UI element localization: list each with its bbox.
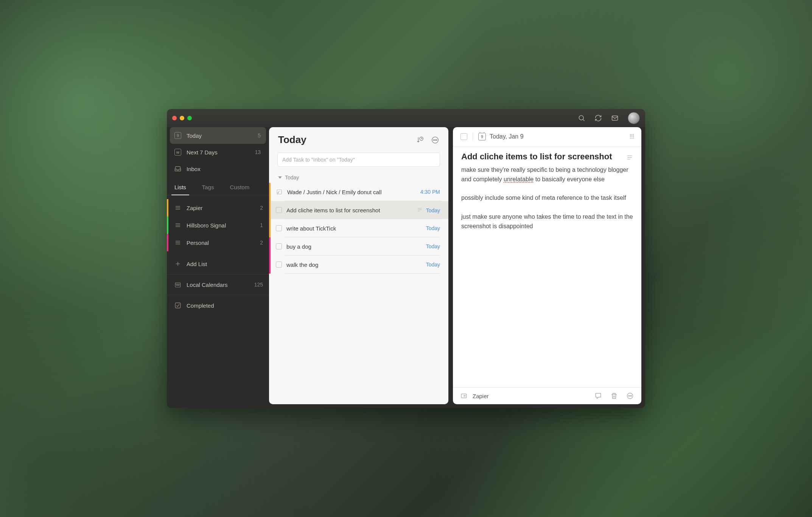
svg-point-18 (179, 285, 179, 286)
subscription-icon (276, 188, 283, 195)
group-header-today[interactable]: Today (269, 169, 448, 183)
sidebar-list-label: Hillsboro Signal (187, 222, 260, 229)
task-meta: Today (426, 262, 440, 268)
local-calendars-label: Local Calendars (187, 282, 254, 288)
sidebar-item-inbox[interactable]: Inbox (170, 160, 266, 177)
app-window: 9Today5wNext 7 Days13Inbox Lists Tags Cu… (167, 109, 645, 408)
sidebar-list-hillsboro[interactable]: Hillsboro Signal1 (167, 216, 269, 234)
sidebar-item-completed[interactable]: Completed (167, 297, 269, 314)
checkbox-checked-icon (174, 302, 182, 309)
list-color-indicator (167, 234, 168, 251)
add-task-input[interactable] (277, 153, 440, 167)
task-list-panel: Today Today (269, 127, 448, 404)
more-icon[interactable] (431, 136, 439, 144)
search-icon[interactable] (578, 114, 585, 122)
trash-icon[interactable] (610, 392, 618, 400)
sidebar: 9Today5wNext 7 Days13Inbox Lists Tags Cu… (167, 127, 269, 408)
description-icon[interactable] (626, 154, 633, 161)
detail-footer: Zapier (453, 387, 641, 404)
sidebar-item-label: Inbox (187, 166, 261, 172)
task-row[interactable]: Add cliche items to list for screenshotT… (269, 201, 448, 219)
task-checkbox[interactable] (276, 243, 282, 249)
sidebar-list-personal[interactable]: Personal2 (167, 234, 269, 251)
window-minimize-button[interactable] (180, 116, 184, 120)
sidebar-item-count: 13 (255, 149, 262, 155)
task-checkbox[interactable] (276, 225, 282, 231)
sort-icon[interactable] (416, 136, 424, 144)
detail-complete-checkbox[interactable] (460, 133, 467, 140)
completed-label: Completed (187, 302, 263, 309)
list-color-indicator (167, 199, 168, 216)
detail-due-date[interactable]: 9 Today, Jan 9 (478, 133, 524, 140)
task-color-indicator (269, 237, 271, 255)
task-meta: 4:30 PM (420, 189, 440, 195)
calendar-grid-icon (174, 281, 182, 288)
tab-tags[interactable]: Tags (199, 179, 217, 195)
sidebar-tabs: Lists Tags Custom (167, 179, 269, 195)
task-title: write about TickTick (286, 225, 426, 232)
svg-line-1 (583, 120, 585, 121)
sidebar-item-label: Today (187, 132, 258, 139)
refresh-icon[interactable] (594, 114, 602, 122)
task-checkbox[interactable] (276, 262, 282, 268)
svg-point-16 (176, 285, 177, 286)
tab-custom[interactable]: Custom (227, 179, 253, 195)
task-row[interactable]: walk the dogToday (269, 255, 448, 274)
window-close-button[interactable] (172, 116, 177, 120)
calendar-day-icon: 9 (478, 133, 486, 140)
task-color-indicator (269, 219, 271, 237)
task-detail-panel: 9 Today, Jan 9 !!! Add cliche items to l… (453, 127, 641, 404)
svg-point-25 (435, 139, 436, 140)
avatar[interactable] (628, 112, 640, 124)
svg-point-17 (177, 285, 178, 286)
svg-rect-19 (175, 303, 180, 308)
priority-icon[interactable]: !!! (629, 133, 634, 141)
calendar-week-icon: w (174, 149, 182, 156)
svg-point-24 (433, 139, 434, 140)
task-meta: Today (426, 225, 440, 231)
sidebar-list-zapier[interactable]: Zapier2 (167, 199, 269, 216)
titlebar-actions (578, 112, 640, 124)
add-list-button[interactable]: Add List (167, 255, 269, 273)
mail-icon[interactable] (611, 114, 619, 122)
plus-icon (174, 261, 182, 267)
sidebar-list-label: Personal (187, 240, 260, 246)
task-row[interactable]: Wade / Justin / Nick / Emily donut call4… (269, 183, 448, 201)
svg-point-40 (628, 396, 629, 396)
local-calendars-count: 125 (254, 282, 263, 288)
detail-project-name[interactable]: Zapier (473, 393, 589, 399)
calendar-day-icon: 9 (174, 132, 182, 139)
chevron-down-icon (278, 176, 282, 179)
task-row[interactable]: buy a dogToday (269, 237, 448, 255)
move-to-project-icon[interactable] (460, 392, 467, 399)
titlebar (167, 109, 645, 127)
task-color-indicator (269, 255, 271, 274)
task-checkbox[interactable] (276, 207, 282, 213)
task-meta: Today (417, 207, 440, 213)
task-color-indicator (269, 201, 271, 219)
sidebar-item-label: Next 7 Days (187, 149, 255, 156)
task-title: Wade / Justin / Nick / Emily donut call (287, 189, 420, 195)
more-icon[interactable] (626, 392, 634, 400)
list-header: Today (269, 127, 448, 149)
task-row[interactable]: write about TickTickToday (269, 219, 448, 237)
detail-title[interactable]: Add cliche items to list for screenshot (461, 152, 622, 162)
sidebar-list-count: 1 (260, 222, 263, 228)
group-label: Today (285, 174, 299, 181)
list-title: Today (278, 134, 416, 146)
window-fullscreen-button[interactable] (187, 116, 192, 120)
detail-description[interactable]: make sure they're really specific to bei… (461, 165, 633, 231)
tab-lists[interactable]: Lists (171, 179, 189, 195)
sidebar-item-local-calendars[interactable]: Local Calendars 125 (167, 276, 269, 293)
comment-icon[interactable] (594, 392, 602, 400)
divider (473, 132, 473, 141)
sidebar-item-count: 5 (258, 132, 262, 139)
task-title: Add cliche items to list for screenshot (286, 207, 417, 213)
sidebar-item-today[interactable]: 9Today5 (170, 127, 266, 144)
traffic-lights (172, 116, 192, 120)
sidebar-item-next7[interactable]: wNext 7 Days13 (170, 144, 266, 160)
task-color-indicator (269, 183, 271, 201)
list-color-indicator (167, 216, 168, 234)
svg-point-26 (436, 139, 437, 140)
svg-point-0 (579, 115, 583, 120)
